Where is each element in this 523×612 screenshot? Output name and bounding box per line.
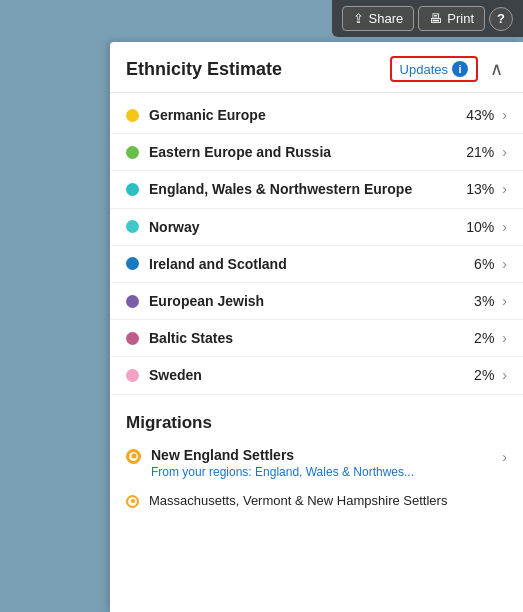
germanic-dot — [126, 109, 139, 122]
updates-label: Updates — [400, 62, 448, 77]
european-jewish-pct: 3% — [474, 293, 494, 309]
ethnicity-item-ireland-scotland[interactable]: Ireland and Scotland 6% › — [110, 246, 523, 283]
sweden-dot — [126, 369, 139, 382]
england-wales-pct: 13% — [466, 181, 494, 197]
baltic-states-pct: 2% — [474, 330, 494, 346]
print-icon: 🖶 — [429, 11, 442, 26]
ethnicity-list: Germanic Europe 43% › Eastern Europe and… — [110, 93, 523, 399]
share-icon: ⇪ — [353, 11, 364, 26]
new-england-chevron: › — [502, 449, 507, 465]
norway-pct: 10% — [466, 219, 494, 235]
ethnicity-item-norway[interactable]: Norway 10% › — [110, 209, 523, 246]
help-button[interactable]: ? — [489, 7, 513, 31]
eastern-europe-chevron: › — [502, 144, 507, 160]
ethnicity-item-germanic[interactable]: Germanic Europe 43% › — [110, 97, 523, 134]
new-england-name: New England Settlers — [151, 447, 502, 463]
european-jewish-name: European Jewish — [149, 292, 474, 310]
migration-item-new-england[interactable]: New England Settlers From your regions: … — [110, 439, 523, 487]
new-england-content: New England Settlers From your regions: … — [151, 447, 502, 479]
info-icon: i — [452, 61, 468, 77]
ethnicity-item-england-wales[interactable]: England, Wales & Northwestern Europe 13%… — [110, 171, 523, 208]
mass-vt-nh-name: Massachusetts, Vermont & New Hampshire S… — [149, 493, 447, 508]
eastern-europe-dot — [126, 146, 139, 159]
norway-dot — [126, 220, 139, 233]
new-england-dot — [126, 449, 141, 464]
ireland-scotland-chevron: › — [502, 256, 507, 272]
european-jewish-chevron: › — [502, 293, 507, 309]
ireland-scotland-dot — [126, 257, 139, 270]
top-bar: ⇪ Share 🖶 Print ? — [332, 0, 523, 37]
migration-item-mass-vt-nh[interactable]: Massachusetts, Vermont & New Hampshire S… — [110, 487, 523, 514]
panel-title: Ethnicity Estimate — [126, 59, 282, 80]
baltic-states-dot — [126, 332, 139, 345]
england-wales-name: England, Wales & Northwestern Europe — [149, 180, 466, 198]
ethnicity-panel: Ethnicity Estimate Updates i ∧ Germanic … — [110, 42, 523, 612]
share-label: Share — [369, 11, 404, 26]
sweden-pct: 2% — [474, 367, 494, 383]
mass-vt-nh-dot — [126, 495, 139, 508]
ireland-scotland-name: Ireland and Scotland — [149, 255, 474, 273]
collapse-button[interactable]: ∧ — [486, 58, 507, 80]
germanic-pct: 43% — [466, 107, 494, 123]
sweden-name: Sweden — [149, 366, 474, 384]
ethnicity-item-european-jewish[interactable]: European Jewish 3% › — [110, 283, 523, 320]
england-wales-chevron: › — [502, 181, 507, 197]
eastern-europe-name: Eastern Europe and Russia — [149, 143, 466, 161]
germanic-chevron: › — [502, 107, 507, 123]
sweden-chevron: › — [502, 367, 507, 383]
germanic-name: Germanic Europe — [149, 106, 466, 124]
baltic-states-name: Baltic States — [149, 329, 474, 347]
help-label: ? — [497, 11, 505, 26]
print-label: Print — [447, 11, 474, 26]
panel-header: Ethnicity Estimate Updates i ∧ — [110, 42, 523, 93]
new-england-sub: From your regions: England, Wales & Nort… — [151, 465, 502, 479]
share-button[interactable]: ⇪ Share — [342, 6, 415, 31]
eastern-europe-pct: 21% — [466, 144, 494, 160]
ethnicity-item-eastern-europe[interactable]: Eastern Europe and Russia 21% › — [110, 134, 523, 171]
norway-name: Norway — [149, 218, 466, 236]
ethnicity-item-baltic-states[interactable]: Baltic States 2% › — [110, 320, 523, 357]
england-wales-dot — [126, 183, 139, 196]
norway-chevron: › — [502, 219, 507, 235]
migrations-section-header: Migrations — [110, 399, 523, 439]
updates-button[interactable]: Updates i — [390, 56, 478, 82]
print-button[interactable]: 🖶 Print — [418, 6, 485, 31]
european-jewish-dot — [126, 295, 139, 308]
baltic-states-chevron: › — [502, 330, 507, 346]
ireland-scotland-pct: 6% — [474, 256, 494, 272]
header-right: Updates i ∧ — [390, 56, 507, 82]
ethnicity-item-sweden[interactable]: Sweden 2% › — [110, 357, 523, 394]
